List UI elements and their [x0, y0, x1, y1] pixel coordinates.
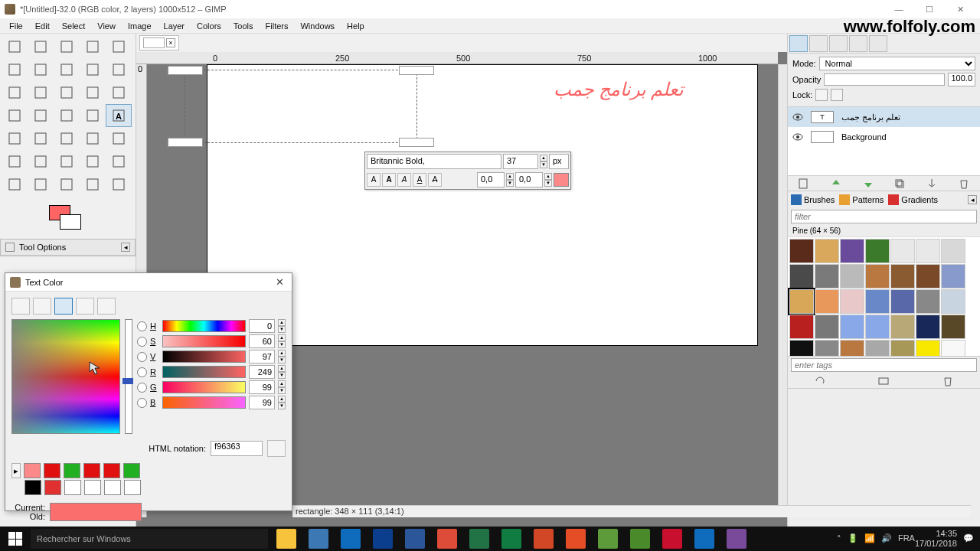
menu-view[interactable]: View [91, 20, 122, 32]
taskbar-app-icon[interactable] [271, 527, 302, 551]
pattern-thumbnail[interactable] [890, 315, 915, 339]
taskbar-app-icon[interactable] [528, 527, 559, 551]
text-layer-content[interactable]: تعلم برنامج جمب [554, 79, 684, 100]
baseline-button[interactable]: A [367, 173, 381, 187]
background-color-swatch[interactable] [60, 214, 81, 230]
zoom-tool-icon[interactable] [106, 58, 132, 81]
refresh-icon[interactable] [814, 375, 826, 387]
volume-icon[interactable]: 🔊 [881, 533, 892, 544]
color-history-swatch[interactable] [44, 480, 61, 495]
opacity-value[interactable]: 100.0 [948, 73, 975, 86]
ink-tool-icon[interactable] [28, 150, 54, 173]
lock-pixels-icon[interactable] [815, 89, 828, 101]
color-picker-tool-icon[interactable] [80, 58, 106, 81]
pattern-thumbnail[interactable] [815, 315, 839, 339]
lock-alpha-icon[interactable] [831, 89, 843, 101]
histogram-tab[interactable] [869, 35, 887, 52]
channel-G-slider[interactable] [162, 381, 246, 393]
color-select-tool-icon[interactable] [106, 35, 132, 58]
battery-icon[interactable]: 🔋 [848, 533, 858, 544]
channel-R-value[interactable]: 249 [249, 365, 275, 379]
lower-layer-icon[interactable] [862, 178, 874, 190]
pencil-tool-icon[interactable] [54, 127, 80, 150]
notifications-icon[interactable]: 💬 [963, 533, 974, 544]
menu-edit[interactable]: Edit [29, 20, 56, 32]
layer-visibility-icon[interactable] [792, 112, 803, 122]
color-history-swatch[interactable] [44, 463, 60, 478]
pattern-thumbnail[interactable] [941, 239, 965, 263]
opacity-slider[interactable] [824, 73, 945, 86]
channel-S-radio[interactable] [137, 337, 147, 347]
close-button[interactable]: ✕ [945, 1, 975, 18]
color-history-swatch[interactable] [104, 480, 121, 495]
pattern-filter-input[interactable] [791, 210, 977, 223]
text-color-dialog[interactable]: Text Color ✕ H0▲▼S60▲▼V97▲▼R249▲▼G99▲▼B9… [5, 272, 292, 511]
measure-tool-icon[interactable] [2, 81, 28, 104]
open-as-image-icon[interactable] [877, 375, 890, 387]
menu-filters[interactable]: Filters [260, 20, 295, 32]
paintbrush-tool-icon[interactable] [80, 127, 106, 150]
layer-list[interactable]: Tتعلم برنامج جمبBackground [788, 107, 980, 176]
ellipse-select-tool-icon[interactable] [28, 35, 54, 58]
panel-menu-icon[interactable]: ◂ [968, 195, 977, 204]
picker-mode-gimp-icon[interactable] [11, 298, 30, 315]
color-history-swatch[interactable] [123, 463, 140, 478]
menu-tools[interactable]: Tools [227, 20, 260, 32]
color-history-swatch[interactable] [24, 463, 41, 478]
tray-chevron-icon[interactable]: ˄ [837, 534, 841, 544]
heal-tool-icon[interactable] [80, 150, 106, 173]
dodge-tool-icon[interactable] [54, 173, 80, 196]
current-old-color-swatch[interactable] [50, 503, 142, 521]
pattern-thumbnail[interactable] [840, 340, 864, 357]
bucket-fill-tool-icon[interactable] [2, 127, 28, 150]
taskbar-app-icon[interactable] [593, 527, 623, 551]
pattern-thumbnail[interactable] [941, 315, 965, 339]
pattern-tags-input[interactable] [791, 358, 977, 372]
channels-tab[interactable] [809, 35, 828, 52]
pattern-thumbnail[interactable] [865, 340, 890, 357]
value-bar[interactable] [125, 319, 132, 434]
baseline-field[interactable]: 0,0 [515, 172, 543, 187]
airbrush-tool-icon[interactable] [2, 150, 28, 173]
channel-H-radio[interactable] [137, 321, 147, 331]
taskbar-app-icon[interactable] [496, 527, 527, 551]
patterns-tab[interactable]: Patterns [839, 194, 884, 205]
color-history-swatch[interactable] [84, 480, 101, 495]
pattern-thumbnail[interactable] [916, 289, 940, 314]
channel-B-spinner[interactable]: ▲▼ [278, 396, 286, 409]
gradients-tab[interactable]: Gradients [888, 194, 938, 205]
pattern-thumbnail[interactable] [840, 264, 864, 289]
scale-tool-icon[interactable] [106, 81, 132, 104]
picker-mode-cmyk-icon[interactable] [33, 298, 51, 315]
pattern-thumbnail[interactable] [840, 239, 864, 263]
free-select-tool-icon[interactable] [54, 35, 80, 58]
pattern-thumbnail[interactable] [941, 264, 965, 289]
channel-R-slider[interactable] [162, 366, 246, 378]
layers-tab[interactable] [789, 35, 808, 52]
pattern-thumbnail[interactable] [789, 315, 814, 339]
pattern-thumbnail[interactable] [840, 289, 864, 314]
pattern-thumbnail[interactable] [815, 264, 839, 289]
font-size-spinner[interactable]: ▲▼ [540, 155, 547, 168]
rect-select-tool-icon[interactable] [2, 35, 28, 58]
menu-layer[interactable]: Layer [158, 20, 191, 32]
strike-button[interactable]: A [428, 173, 442, 187]
start-button[interactable] [0, 527, 31, 551]
system-tray[interactable]: ˄ 🔋 📶 🔊 FRA 14:35 17/01/2018 💬 [831, 529, 980, 549]
flip-tool-icon[interactable] [54, 104, 80, 127]
crop-tool-icon[interactable] [80, 173, 106, 196]
perspective-tool-icon[interactable] [28, 104, 54, 127]
menu-help[interactable]: Help [341, 20, 371, 32]
foreground-select-tool-icon[interactable] [28, 58, 54, 81]
move-tool-icon[interactable] [28, 81, 54, 104]
rotate-tool-icon[interactable] [80, 81, 106, 104]
pattern-thumbnail[interactable] [916, 315, 940, 339]
taskbar-app-icon[interactable] [689, 527, 720, 551]
windows-taskbar[interactable]: Rechercher sur Windows ˄ 🔋 📶 🔊 FRA 14:35… [0, 527, 980, 551]
paths-tab[interactable] [829, 35, 848, 52]
font-family-field[interactable]: Britannic Bold, [367, 154, 501, 169]
eyedropper-icon[interactable] [267, 440, 286, 457]
vertical-scrollbar[interactable] [778, 64, 787, 516]
value-bar-handle[interactable] [122, 378, 133, 384]
pattern-thumbnail[interactable] [916, 239, 940, 263]
